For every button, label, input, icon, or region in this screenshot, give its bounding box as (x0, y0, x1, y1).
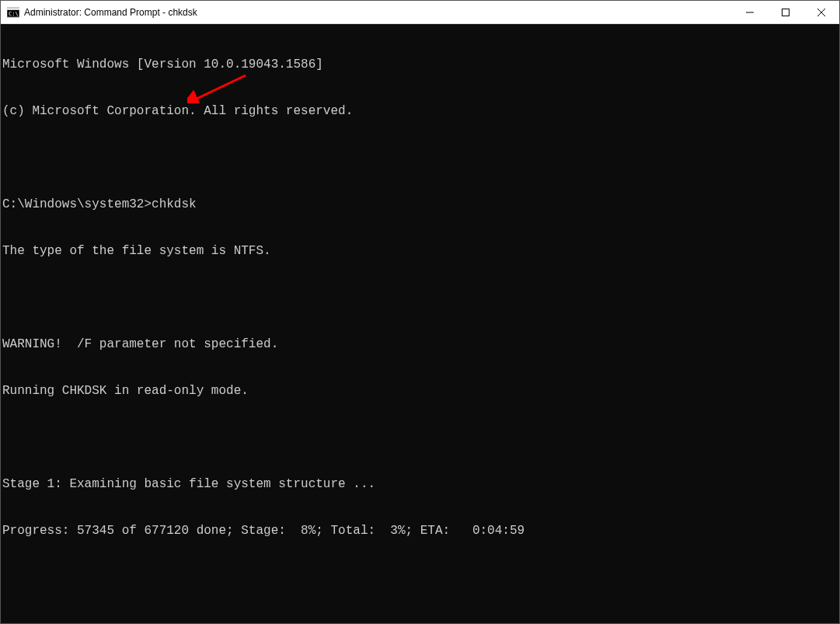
terminal-line: The type of the file system is NTFS. (2, 243, 838, 259)
annotation-arrow-icon (187, 72, 249, 103)
svg-text:C:\: C:\ (9, 11, 19, 17)
svg-rect-4 (782, 9, 789, 16)
titlebar-left: C:\ Administrator: Command Prompt - chkd… (7, 6, 197, 19)
command-prompt-icon: C:\ (7, 6, 19, 19)
terminal-line: Progress: 57345 of 677120 done; Stage: 8… (2, 523, 838, 539)
terminal-line: (c) Microsoft Corporation. All rights re… (2, 103, 838, 119)
command-prompt-window: C:\ Administrator: Command Prompt - chkd… (0, 0, 840, 624)
terminal-output[interactable]: Microsoft Windows [Version 10.0.19043.15… (1, 24, 839, 623)
svg-rect-1 (7, 8, 19, 10)
terminal-line: Microsoft Windows [Version 10.0.19043.15… (2, 57, 838, 72)
terminal-line (2, 430, 838, 445)
minimize-button[interactable] (732, 1, 768, 23)
terminal-line: Running CHKDSK in read-only mode. (2, 383, 838, 399)
terminal-line (2, 290, 838, 305)
svg-line-8 (193, 75, 246, 100)
terminal-line: WARNING! /F parameter not specified. (2, 336, 838, 352)
terminal-line: C:\Windows\system32>chkdsk (2, 197, 838, 212)
window-controls (732, 1, 839, 23)
close-button[interactable] (803, 1, 839, 23)
terminal-line: Stage 1: Examining basic file system str… (2, 476, 838, 492)
window-title: Administrator: Command Prompt - chkdsk (24, 7, 197, 18)
maximize-button[interactable] (768, 1, 803, 23)
titlebar[interactable]: C:\ Administrator: Command Prompt - chkd… (1, 1, 839, 24)
terminal-line (2, 150, 838, 166)
